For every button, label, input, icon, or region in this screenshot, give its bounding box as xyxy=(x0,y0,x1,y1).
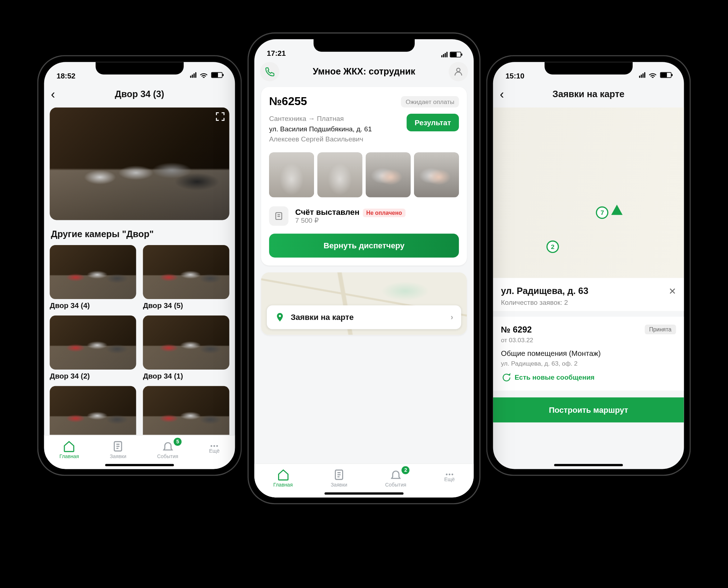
app-header: Умное ЖКХ: сотрудник xyxy=(254,59,474,87)
tab-label: События xyxy=(385,482,406,488)
more-icon xyxy=(446,474,453,475)
address-subtitle: Количество заявок: 2 xyxy=(501,298,676,306)
events-badge: 2 xyxy=(402,466,410,474)
invoice-icon xyxy=(269,206,288,226)
tab-home[interactable]: Главная xyxy=(59,440,79,459)
phone-center-ticket: 17:21 Умное ЖКХ: сотрудник №6255 xyxy=(247,32,481,504)
svg-point-1 xyxy=(457,68,460,72)
home-indicator xyxy=(554,464,623,466)
request-category: Общие помещения (Монтаж) xyxy=(501,349,676,358)
document-icon xyxy=(112,440,124,452)
app-title: Умное ЖКХ: сотрудник xyxy=(313,67,415,77)
map-requests-card[interactable]: Заявки на карте › xyxy=(261,272,467,335)
camera-thumb[interactable]: Двор 34 (1) xyxy=(143,315,229,380)
map-requests-button[interactable]: Заявки на карте › xyxy=(267,305,461,329)
call-button[interactable] xyxy=(260,62,279,81)
ticket-category: Сантехника → Платная xyxy=(269,114,372,124)
camera-thumb[interactable]: Двор 34 (4) xyxy=(50,245,136,309)
chevron-right-icon: › xyxy=(451,313,453,322)
notch xyxy=(545,62,632,74)
result-button[interactable]: Результат xyxy=(407,114,459,131)
user-icon xyxy=(453,67,463,77)
status-time: 18:52 xyxy=(56,72,76,80)
nav-bar: ‹ Заявки на карте xyxy=(493,81,684,108)
phone-right-map: 15:10 ‹ Заявки на карте 7 2 ул. Радищ xyxy=(486,55,691,476)
home-indicator xyxy=(324,492,404,494)
tab-events[interactable]: 2 События xyxy=(385,468,406,488)
ticket-photo[interactable] xyxy=(366,152,411,197)
bill-amount: 7 500 ₽ xyxy=(295,217,405,225)
tab-label: Главная xyxy=(59,453,79,459)
new-messages-row[interactable]: Есть новые сообщения xyxy=(501,372,676,383)
request-card[interactable]: № 6292 Принята от 03.03.22 Общие помещен… xyxy=(493,317,684,390)
profile-button[interactable] xyxy=(449,62,468,81)
wifi-icon xyxy=(199,70,209,80)
signal-icon xyxy=(639,72,645,78)
user-location-icon xyxy=(611,205,623,215)
map-view[interactable]: 7 2 xyxy=(493,108,684,278)
camera-thumb[interactable] xyxy=(143,386,229,435)
ticket-photo[interactable] xyxy=(414,152,459,197)
home-icon xyxy=(277,468,289,481)
ticket-card: №6255 Ожидает оплаты Сантехника → Платна… xyxy=(261,87,467,266)
tab-requests[interactable]: Заявки xyxy=(331,468,347,488)
status-time: 15:10 xyxy=(505,72,524,80)
ticket-photo[interactable] xyxy=(269,152,314,197)
photo-row xyxy=(269,152,459,197)
camera-label: Двор 34 (5) xyxy=(143,299,229,309)
tab-events[interactable]: 5 События xyxy=(157,440,178,459)
phone-icon xyxy=(265,67,275,77)
camera-thumb[interactable] xyxy=(50,386,136,435)
return-dispatcher-button[interactable]: Вернуть диспетчеру xyxy=(269,234,459,257)
ticket-person: Алексеев Сергей Васильевич xyxy=(269,134,372,144)
map-marker[interactable]: 2 xyxy=(546,240,559,253)
ticket-address: ул. Василия Подшибякина, д. 61 xyxy=(269,124,372,134)
pin-icon xyxy=(275,312,285,322)
expand-icon[interactable] xyxy=(214,111,226,122)
build-route-button[interactable]: Построить маршрут xyxy=(493,397,684,422)
page-title: Двор 34 (3) xyxy=(115,89,164,99)
tab-requests[interactable]: Заявки xyxy=(110,440,126,459)
battery-icon xyxy=(450,52,461,58)
page-title: Заявки на карте xyxy=(552,89,624,99)
wifi-icon xyxy=(647,70,658,80)
chat-icon xyxy=(501,372,511,383)
address-title: ул. Радищева, д. 63 xyxy=(501,286,676,296)
svg-point-3 xyxy=(279,315,281,317)
map-marker[interactable]: 7 xyxy=(596,206,609,219)
battery-icon xyxy=(660,72,672,78)
camera-thumb[interactable]: Двор 34 (2) xyxy=(50,315,136,380)
battery-icon xyxy=(211,72,223,78)
ticket-photo[interactable] xyxy=(317,152,362,197)
bill-row[interactable]: Счёт выставленНе оплачено 7 500 ₽ xyxy=(269,206,459,226)
request-number: № 6292 xyxy=(501,325,532,334)
tab-home[interactable]: Главная xyxy=(273,468,293,488)
status-time: 17:21 xyxy=(267,49,286,58)
new-messages-label: Есть новые сообщения xyxy=(515,374,595,381)
tab-label: Главная xyxy=(273,482,293,488)
tab-label: Ещё xyxy=(444,476,455,482)
back-button[interactable]: ‹ xyxy=(51,87,55,102)
more-icon xyxy=(211,445,218,447)
document-icon xyxy=(333,468,345,481)
camera-label: Двор 34 (2) xyxy=(50,369,136,380)
bell-icon xyxy=(161,440,174,452)
tab-label: События xyxy=(157,453,178,459)
tab-label: Заявки xyxy=(331,482,347,488)
back-button[interactable]: ‹ xyxy=(500,87,504,102)
status-badge: Принята xyxy=(645,325,676,334)
tab-label: Заявки xyxy=(110,453,126,459)
tab-more[interactable]: Ещё xyxy=(444,474,455,482)
ticket-status-badge: Ожидает оплаты xyxy=(401,96,459,107)
camera-main-view[interactable] xyxy=(50,108,229,220)
signal-icon xyxy=(441,52,447,58)
signal-icon xyxy=(190,72,196,78)
home-indicator xyxy=(105,464,174,466)
map-button-label: Заявки на карте xyxy=(291,313,354,322)
camera-thumb[interactable]: Двор 34 (5) xyxy=(143,245,229,309)
close-icon[interactable]: ✕ xyxy=(669,286,676,297)
nav-bar: ‹ Двор 34 (3) xyxy=(44,81,235,108)
camera-label: Двор 34 (4) xyxy=(50,299,136,309)
events-badge: 5 xyxy=(174,438,182,445)
tab-more[interactable]: Ещё xyxy=(209,445,219,454)
